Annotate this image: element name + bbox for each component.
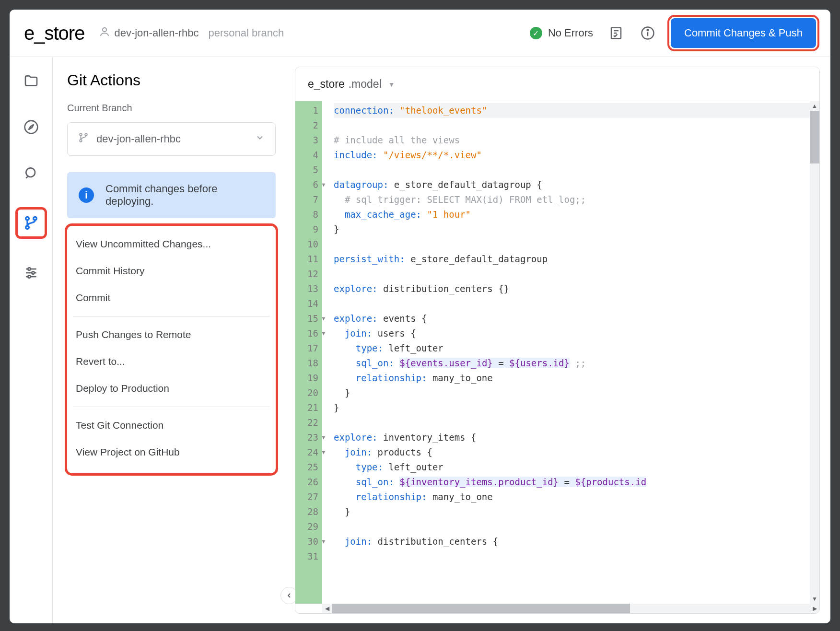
svg-point-5 (24, 121, 37, 134)
panel-title: Git Actions (67, 71, 276, 89)
branch-selector-value: dev-jon-allen-rhbc (96, 133, 181, 145)
svg-point-18 (85, 133, 87, 136)
nav-rail (10, 57, 53, 623)
horizontal-scrollbar[interactable]: ◀ ▶ (322, 604, 819, 613)
line-gutter: 1234567891011121314151617181920212223242… (295, 101, 322, 604)
branch-selector[interactable]: dev-jon-allen-rhbc (67, 122, 276, 156)
chevron-down-icon (255, 133, 265, 145)
commit-push-button[interactable]: Commit Changes & Push (671, 18, 816, 48)
rail-search-icon[interactable] (22, 164, 41, 183)
svg-point-0 (103, 28, 106, 32)
info-icon[interactable] (639, 24, 656, 42)
vertical-scrollbar[interactable]: ▲ ▼ (810, 101, 819, 604)
divider (73, 316, 270, 316)
validation-status[interactable]: ✓ No Errors (530, 27, 593, 39)
git-actions-panel: Git Actions Current Branch dev-jon-allen… (53, 57, 290, 623)
rail-settings-icon[interactable] (22, 263, 41, 282)
body: Git Actions Current Branch dev-jon-allen… (10, 57, 830, 623)
svg-point-14 (28, 268, 30, 270)
git-action-item[interactable]: Commit (73, 284, 270, 311)
branch-info[interactable]: dev-jon-allen-rhbc personal branch (99, 26, 284, 40)
svg-point-8 (25, 217, 29, 220)
rail-files-icon[interactable] (22, 71, 41, 91)
git-action-item[interactable]: View Uncommitted Changes... (73, 231, 270, 257)
git-actions-list: View Uncommitted Changes...Commit Histor… (67, 226, 276, 473)
svg-point-16 (28, 275, 30, 278)
branch-type: personal branch (209, 27, 284, 39)
logo: e_store (24, 23, 84, 44)
editor-area: e_store.model ▼ 123456789101112131415161… (290, 57, 830, 623)
app-window: e_store dev-jon-allen-rhbc personal bran… (10, 10, 830, 623)
branch-name: dev-jon-allen-rhbc (114, 27, 198, 39)
divider (73, 407, 270, 407)
svg-point-7 (26, 168, 35, 177)
editor-card: e_store.model ▼ 123456789101112131415161… (295, 67, 820, 614)
scrollbar-thumb[interactable] (810, 111, 819, 164)
git-action-item[interactable]: Test Git Connection (73, 412, 270, 439)
banner-text: Commit changes before deploying. (105, 183, 264, 208)
file-tab[interactable]: e_store.model ▼ (295, 67, 819, 101)
file-name-strong: e_store (308, 78, 345, 91)
git-action-item[interactable]: View Project on GitHub (73, 439, 270, 466)
current-branch-label: Current Branch (67, 103, 276, 114)
file-name-rest: .model (349, 78, 382, 91)
header: e_store dev-jon-allen-rhbc personal bran… (10, 10, 830, 57)
git-action-item[interactable]: Commit History (73, 257, 270, 284)
code-editor[interactable]: 1234567891011121314151617181920212223242… (295, 101, 819, 604)
svg-point-9 (33, 217, 36, 220)
svg-point-17 (80, 133, 82, 136)
person-icon (99, 26, 110, 40)
caret-down-icon: ▼ (388, 81, 395, 88)
rail-compass-icon[interactable] (22, 117, 41, 137)
git-action-item[interactable]: Push Changes to Remote (73, 321, 270, 348)
status-text: No Errors (548, 27, 593, 39)
git-action-item[interactable]: Revert to... (73, 348, 270, 375)
info-banner: i Commit changes before deploying. (67, 172, 276, 218)
svg-point-4 (647, 30, 649, 31)
code-content[interactable]: connection: "thelook_events" # include a… (322, 101, 810, 604)
svg-point-19 (80, 140, 82, 142)
svg-marker-6 (28, 125, 34, 130)
branch-icon (78, 132, 89, 146)
rail-git-icon[interactable] (18, 210, 45, 236)
git-action-item[interactable]: Deploy to Production (73, 375, 270, 402)
svg-point-15 (32, 271, 34, 274)
document-check-icon[interactable] (607, 24, 625, 42)
scrollbar-thumb[interactable] (332, 604, 630, 613)
check-circle-icon: ✓ (530, 27, 542, 39)
svg-point-10 (25, 226, 29, 229)
info-circle-icon: i (79, 187, 94, 203)
